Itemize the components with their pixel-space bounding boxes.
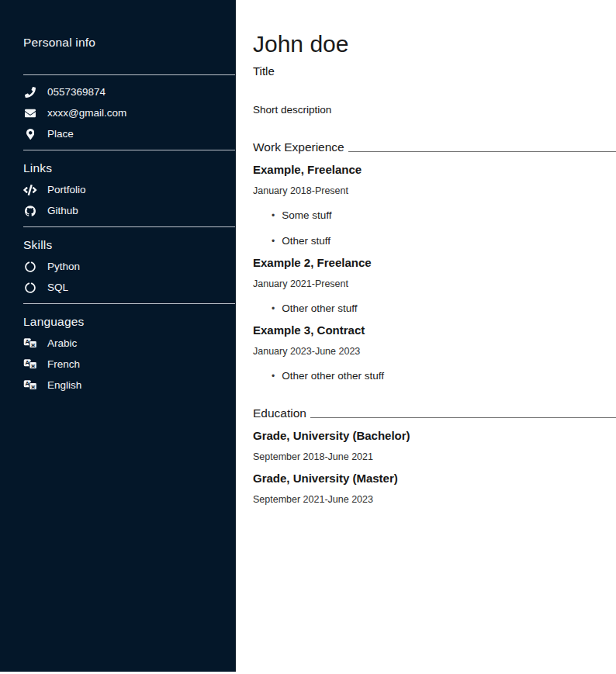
sidebar-item-python: Python	[23, 260, 235, 273]
bullet-item: Other stuff	[272, 235, 616, 247]
entry-bullets: Other other stuff	[253, 302, 616, 315]
entry-date: January 2021-Present	[253, 278, 616, 290]
sidebar: Personal info0557369874xxxx@gmail.comPla…	[0, 0, 236, 672]
section-rule	[310, 417, 616, 418]
sidebar-item-portfolio[interactable]: Portfolio	[23, 183, 235, 196]
language-icon: Aж	[23, 379, 37, 391]
sidebar-item-english: AжEnglish	[23, 378, 235, 392]
sidebar-item-xxxx-gmail-com: xxxx@gmail.com	[23, 106, 235, 119]
sidebar-item-french: AжFrench	[23, 358, 235, 371]
entry-date: January 2018-Present	[253, 185, 616, 197]
main-content: John doe Title Short description Work Ex…	[236, 0, 616, 674]
entry-bullets: Some stuffOther stuff	[253, 209, 616, 247]
entry-date: September 2021-June 2023	[253, 494, 616, 506]
entry-title: Grade, University (Bachelor)	[253, 429, 599, 443]
sidebar-item-label: French	[47, 358, 80, 370]
location-icon	[23, 129, 37, 140]
sidebar-heading-links: Links	[23, 161, 235, 175]
entry-title: Example 3, Contract	[253, 323, 599, 337]
section-heading-education: Education	[253, 406, 616, 420]
bullet-item: Some stuff	[272, 209, 616, 222]
resume-page: Personal info0557369874xxxx@gmail.comPla…	[0, 0, 616, 674]
sidebar-heading-personal-info: Personal info	[23, 36, 235, 50]
sidebar-divider	[23, 226, 235, 227]
sidebar-heading-languages: Languages	[23, 315, 235, 329]
bullet-item: Other other stuff	[272, 302, 616, 315]
language-icon: Aж	[23, 358, 37, 370]
section-title: Work Experience	[253, 140, 344, 154]
sidebar-item-label: Python	[47, 261, 80, 272]
entry-title: Example 2, Freelance	[253, 256, 599, 270]
code-icon	[23, 185, 37, 195]
person-title: Title	[253, 64, 616, 78]
svg-text:ж: ж	[30, 342, 35, 347]
section-title: Education	[253, 406, 306, 420]
person-name: John doe	[253, 31, 616, 57]
circle-notch-icon	[23, 282, 37, 293]
sidebar-item-0557369874: 0557369874	[23, 85, 235, 99]
sidebar-item-sql: SQL	[23, 281, 235, 294]
section-rule	[348, 151, 616, 152]
email-icon	[23, 108, 37, 119]
sidebar-item-github[interactable]: Github	[23, 204, 235, 217]
sidebar-item-label: Place	[47, 128, 74, 140]
sidebar-item-label: 0557369874	[47, 86, 106, 98]
sidebar-item-arabic: AжArabic	[23, 337, 235, 350]
phone-icon	[23, 87, 37, 98]
short-description: Short description	[253, 104, 616, 116]
sidebar-item-place: Place	[23, 127, 235, 140]
sidebar-divider	[23, 74, 235, 75]
circle-notch-icon	[23, 261, 37, 272]
svg-text:ж: ж	[30, 363, 35, 368]
sidebar-groups: Personal info0557369874xxxx@gmail.comPla…	[23, 36, 235, 392]
sidebar-item-label[interactable]: Portfolio	[47, 184, 86, 195]
svg-text:ж: ж	[30, 384, 35, 389]
sidebar-item-label: SQL	[47, 282, 68, 293]
sidebar-item-label: xxxx@gmail.com	[47, 107, 126, 119]
sidebar-item-label[interactable]: Github	[47, 205, 78, 216]
sidebar-item-label: Arabic	[47, 337, 77, 349]
entry-date: September 2018-June 2021	[253, 451, 616, 463]
bullet-item: Other other other stuff	[272, 370, 616, 382]
entry-title: Example, Freelance	[253, 163, 599, 177]
sidebar-divider	[23, 150, 235, 150]
entry-bullets: Other other other stuff	[253, 370, 616, 382]
section-heading-work-experience: Work Experience	[253, 140, 616, 154]
entry-title: Grade, University (Master)	[253, 472, 599, 486]
sidebar-divider	[23, 303, 235, 304]
main-sections: Work ExperienceExample, FreelanceJanuary…	[253, 140, 616, 506]
sidebar-heading-skills: Skills	[23, 238, 235, 252]
language-icon: Aж	[23, 337, 37, 349]
github-icon	[23, 206, 37, 216]
sidebar-item-label: English	[47, 379, 81, 391]
entry-date: January 2023-June 2023	[253, 346, 616, 358]
